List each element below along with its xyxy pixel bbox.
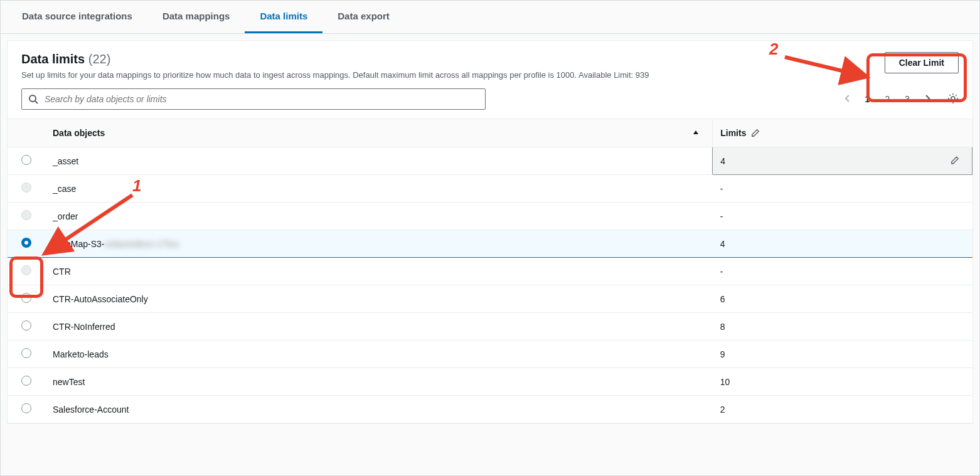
row-name: _order [45, 203, 713, 230]
tab-data-source-integrations[interactable]: Data source integrations [7, 1, 147, 33]
row-name: Salesforce-Account [45, 396, 713, 423]
tab-data-mappings[interactable]: Data mappings [147, 1, 245, 33]
row-radio[interactable] [21, 155, 31, 165]
title-text: Data limits [21, 52, 85, 66]
page-title: Data limits (22) [21, 52, 649, 66]
row-radio[interactable] [21, 238, 31, 248]
sort-ascending-icon [692, 128, 700, 138]
gear-icon [947, 93, 959, 104]
data-limits-table: Data objects Limits [8, 119, 972, 423]
table-row: CTR - [8, 258, 972, 285]
search-box[interactable] [21, 88, 486, 110]
row-radio [21, 182, 31, 193]
page-description: Set up limits for your data mappings to … [21, 70, 649, 80]
data-limits-panel: Data limits (22) Set up limits for your … [7, 40, 973, 424]
row-limit: - [713, 258, 972, 285]
select-column-header [8, 119, 45, 147]
panel-header: Data limits (22) Set up limits for your … [8, 41, 972, 80]
row-radio[interactable] [21, 348, 31, 358]
pagination: 1 2 3 [838, 90, 959, 108]
tab-data-export[interactable]: Data export [322, 1, 405, 33]
title-count: (22) [88, 52, 111, 66]
limits-header-label: Limits [720, 128, 746, 138]
chevron-right-icon [925, 94, 931, 103]
row-limit: - [713, 175, 972, 203]
pencil-icon [951, 156, 959, 164]
table-body: _asset 4 _case - [8, 147, 972, 423]
table-row-selected: AutoMap-S3-redactedtext-170xx 4 [8, 230, 972, 258]
clear-limit-button[interactable]: Clear Limit [885, 52, 959, 73]
row-name: CTR-AutoAssociateOnly [45, 285, 713, 313]
row-name-prefix: AutoMap-S3- [53, 239, 104, 249]
row-limit: 4 [713, 230, 972, 258]
table-row: Salesforce-Account 2 [8, 396, 972, 423]
table-row: _order - [8, 203, 972, 230]
row-radio[interactable] [21, 403, 31, 413]
edit-icon [751, 129, 760, 137]
row-limit-value: 4 [720, 156, 725, 166]
limits-column-header[interactable]: Limits [713, 119, 972, 147]
row-name: newTest [45, 368, 713, 396]
table-row: CTR-AutoAssociateOnly 6 [8, 285, 972, 313]
chevron-left-icon [844, 94, 850, 103]
row-radio [21, 210, 31, 220]
edit-limit-button[interactable] [951, 156, 959, 166]
row-limit-editing[interactable]: 4 [713, 147, 972, 175]
data-objects-header-label: Data objects [53, 128, 105, 138]
row-limit: 10 [713, 368, 972, 396]
table-row: _case - [8, 175, 972, 203]
table-row: CTR-NoInferred 8 [8, 313, 972, 341]
row-radio [21, 265, 31, 275]
row-name: Marketo-leads [45, 341, 713, 368]
row-radio[interactable] [21, 320, 31, 331]
svg-line-1 [35, 101, 38, 103]
pagination-page-2[interactable]: 2 [878, 90, 896, 108]
row-name: _case [45, 175, 713, 203]
pagination-page-3[interactable]: 3 [898, 90, 916, 108]
data-objects-column-header[interactable]: Data objects [45, 119, 713, 147]
tab-data-limits[interactable]: Data limits [245, 1, 322, 33]
pagination-page-1[interactable]: 1 [859, 90, 876, 108]
pagination-next[interactable] [919, 90, 937, 108]
row-limit: 6 [713, 285, 972, 313]
row-limit: - [713, 203, 972, 230]
row-name: _asset [45, 147, 713, 175]
table-row: newTest 10 [8, 368, 972, 396]
row-name-redacted: redactedtext-170xx [104, 239, 179, 249]
pagination-prev[interactable] [838, 90, 856, 108]
table-row: _asset 4 [8, 147, 972, 175]
row-limit: 9 [713, 341, 972, 368]
app-container: Data source integrations Data mappings D… [0, 0, 980, 476]
row-limit: 8 [713, 313, 972, 341]
svg-point-0 [29, 95, 36, 102]
row-limit: 2 [713, 396, 972, 423]
settings-button[interactable] [947, 93, 959, 106]
tab-bar: Data source integrations Data mappings D… [1, 1, 979, 34]
search-input[interactable] [38, 94, 479, 104]
row-radio[interactable] [21, 376, 31, 386]
toolbar-row: 1 2 3 [8, 80, 972, 119]
row-name: CTR [45, 258, 713, 285]
title-block: Data limits (22) Set up limits for your … [21, 52, 649, 80]
row-name: CTR-NoInferred [45, 313, 713, 341]
table-row: Marketo-leads 9 [8, 341, 972, 368]
svg-point-2 [951, 97, 955, 100]
row-radio[interactable] [21, 293, 31, 303]
row-name: AutoMap-S3-redactedtext-170xx [45, 230, 713, 258]
search-icon [28, 94, 38, 104]
